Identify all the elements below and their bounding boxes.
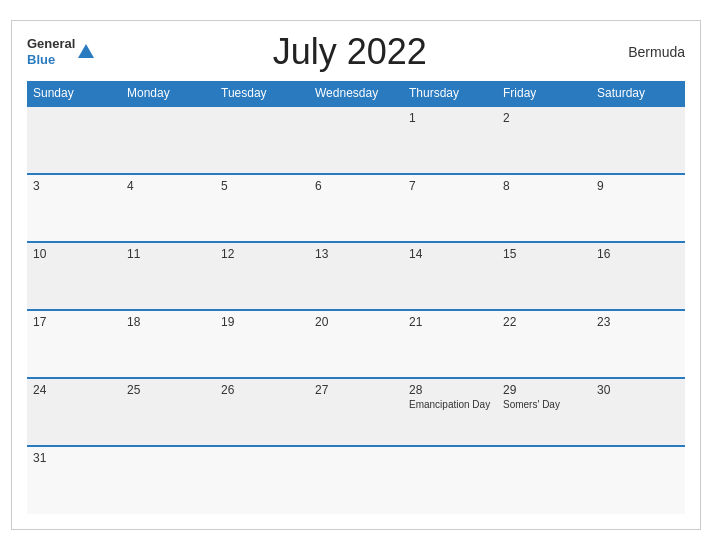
calendar-cell bbox=[215, 106, 309, 174]
calendar-cell bbox=[403, 446, 497, 514]
calendar-cell: 17 bbox=[27, 310, 121, 378]
day-number: 14 bbox=[409, 247, 491, 261]
logo-blue-text: Blue bbox=[27, 52, 75, 68]
day-number: 30 bbox=[597, 383, 679, 397]
calendar-cell: 6 bbox=[309, 174, 403, 242]
calendar-cell bbox=[309, 446, 403, 514]
week-row-1: 3456789 bbox=[27, 174, 685, 242]
day-number: 21 bbox=[409, 315, 491, 329]
week-row-2: 10111213141516 bbox=[27, 242, 685, 310]
logo-triangle-icon bbox=[78, 44, 94, 58]
weekday-header-saturday: Saturday bbox=[591, 81, 685, 106]
calendar-cell: 1 bbox=[403, 106, 497, 174]
calendar-cell: 10 bbox=[27, 242, 121, 310]
calendar-cell: 31 bbox=[27, 446, 121, 514]
calendar-title: July 2022 bbox=[94, 31, 605, 73]
calendar-cell: 2 bbox=[497, 106, 591, 174]
calendar-cell: 22 bbox=[497, 310, 591, 378]
holiday-label: Somers' Day bbox=[503, 399, 585, 410]
calendar-cell: 7 bbox=[403, 174, 497, 242]
country-label: Bermuda bbox=[605, 44, 685, 60]
calendar-cell bbox=[591, 106, 685, 174]
day-number: 2 bbox=[503, 111, 585, 125]
week-row-4: 2425262728Emancipation Day29Somers' Day3… bbox=[27, 378, 685, 446]
calendar-cell: 24 bbox=[27, 378, 121, 446]
calendar-cell: 16 bbox=[591, 242, 685, 310]
calendar-cell: 3 bbox=[27, 174, 121, 242]
calendar-cell: 28Emancipation Day bbox=[403, 378, 497, 446]
calendar-cell: 15 bbox=[497, 242, 591, 310]
day-number: 15 bbox=[503, 247, 585, 261]
weekday-header-row: SundayMondayTuesdayWednesdayThursdayFrid… bbox=[27, 81, 685, 106]
day-number: 19 bbox=[221, 315, 303, 329]
calendar-cell: 26 bbox=[215, 378, 309, 446]
holiday-label: Emancipation Day bbox=[409, 399, 491, 410]
calendar-cell: 9 bbox=[591, 174, 685, 242]
calendar-cell: 29Somers' Day bbox=[497, 378, 591, 446]
calendar-cell: 8 bbox=[497, 174, 591, 242]
day-number: 26 bbox=[221, 383, 303, 397]
calendar-cell bbox=[121, 446, 215, 514]
day-number: 27 bbox=[315, 383, 397, 397]
calendar-container: General Blue July 2022 Bermuda SundayMon… bbox=[11, 20, 701, 530]
calendar-cell bbox=[27, 106, 121, 174]
calendar-cell: 18 bbox=[121, 310, 215, 378]
calendar-grid: SundayMondayTuesdayWednesdayThursdayFrid… bbox=[27, 81, 685, 514]
day-number: 22 bbox=[503, 315, 585, 329]
day-number: 1 bbox=[409, 111, 491, 125]
calendar-cell bbox=[591, 446, 685, 514]
week-row-0: 12 bbox=[27, 106, 685, 174]
calendar-cell: 25 bbox=[121, 378, 215, 446]
day-number: 31 bbox=[33, 451, 115, 465]
calendar-cell: 12 bbox=[215, 242, 309, 310]
calendar-header: General Blue July 2022 Bermuda bbox=[27, 31, 685, 73]
calendar-cell: 20 bbox=[309, 310, 403, 378]
weekday-header-thursday: Thursday bbox=[403, 81, 497, 106]
week-row-5: 31 bbox=[27, 446, 685, 514]
calendar-cell: 5 bbox=[215, 174, 309, 242]
day-number: 25 bbox=[127, 383, 209, 397]
day-number: 11 bbox=[127, 247, 209, 261]
calendar-cell bbox=[309, 106, 403, 174]
day-number: 16 bbox=[597, 247, 679, 261]
day-number: 7 bbox=[409, 179, 491, 193]
calendar-cell: 14 bbox=[403, 242, 497, 310]
day-number: 20 bbox=[315, 315, 397, 329]
calendar-cell: 30 bbox=[591, 378, 685, 446]
day-number: 29 bbox=[503, 383, 585, 397]
calendar-cell bbox=[497, 446, 591, 514]
day-number: 18 bbox=[127, 315, 209, 329]
logo-text: General Blue bbox=[27, 36, 75, 67]
logo: General Blue bbox=[27, 36, 94, 67]
day-number: 9 bbox=[597, 179, 679, 193]
calendar-cell: 11 bbox=[121, 242, 215, 310]
day-number: 17 bbox=[33, 315, 115, 329]
weekday-header-friday: Friday bbox=[497, 81, 591, 106]
day-number: 10 bbox=[33, 247, 115, 261]
day-number: 12 bbox=[221, 247, 303, 261]
weekday-header-wednesday: Wednesday bbox=[309, 81, 403, 106]
calendar-cell: 4 bbox=[121, 174, 215, 242]
day-number: 4 bbox=[127, 179, 209, 193]
day-number: 5 bbox=[221, 179, 303, 193]
day-number: 3 bbox=[33, 179, 115, 193]
calendar-cell bbox=[215, 446, 309, 514]
calendar-cell: 23 bbox=[591, 310, 685, 378]
logo-general-text: General bbox=[27, 36, 75, 52]
day-number: 8 bbox=[503, 179, 585, 193]
calendar-cell bbox=[121, 106, 215, 174]
day-number: 24 bbox=[33, 383, 115, 397]
week-row-3: 17181920212223 bbox=[27, 310, 685, 378]
weekday-header-sunday: Sunday bbox=[27, 81, 121, 106]
calendar-cell: 21 bbox=[403, 310, 497, 378]
day-number: 6 bbox=[315, 179, 397, 193]
weekday-header-monday: Monday bbox=[121, 81, 215, 106]
calendar-cell: 27 bbox=[309, 378, 403, 446]
day-number: 23 bbox=[597, 315, 679, 329]
calendar-cell: 13 bbox=[309, 242, 403, 310]
day-number: 28 bbox=[409, 383, 491, 397]
calendar-cell: 19 bbox=[215, 310, 309, 378]
weekday-header-tuesday: Tuesday bbox=[215, 81, 309, 106]
day-number: 13 bbox=[315, 247, 397, 261]
